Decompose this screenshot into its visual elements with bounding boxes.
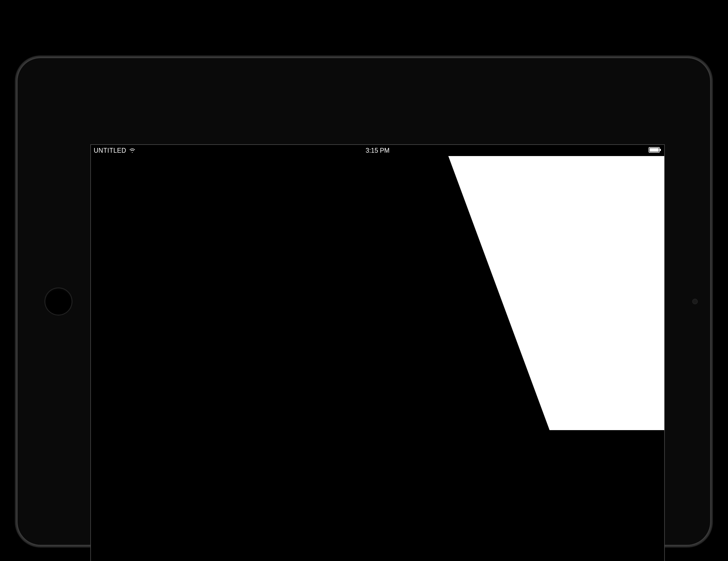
status-bar: UNTITLED 3:15 PM [91, 145, 664, 156]
svg-rect-2 [660, 149, 661, 151]
svg-marker-3 [448, 156, 664, 430]
wifi-icon [129, 147, 136, 154]
status-bar-right [649, 147, 661, 154]
status-time: 3:15 PM [366, 147, 390, 154]
white-foreground-shape [91, 156, 664, 561]
svg-rect-1 [650, 148, 659, 152]
carrier-label: UNTITLED [94, 147, 126, 154]
device-screen: UNTITLED 3:15 PM [90, 144, 665, 561]
front-camera [692, 299, 698, 304]
home-button[interactable] [44, 287, 72, 315]
ipad-device-frame: UNTITLED 3:15 PM [15, 56, 712, 547]
battery-icon [649, 147, 661, 154]
status-bar-left: UNTITLED [94, 147, 136, 154]
